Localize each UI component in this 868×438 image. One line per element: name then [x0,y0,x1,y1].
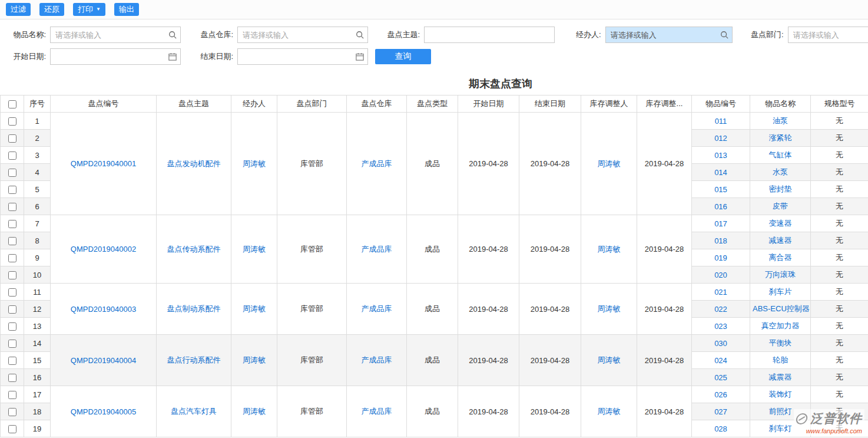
department-filter-input[interactable] [788,27,868,43]
item-no-link[interactable]: 011 [692,113,750,130]
item-name-link[interactable]: 减速器 [750,232,811,249]
item-name-link[interactable]: 减震器 [750,369,811,386]
inventory-subject-link[interactable]: 盘点汽车灯具 [157,386,231,437]
item-name-link[interactable]: 真空加力器 [750,318,811,335]
print-button[interactable]: 打印 ▼ [73,3,105,16]
row-checkbox[interactable] [8,134,16,143]
restore-button[interactable]: 还原 [39,3,64,16]
item-name-link[interactable]: 万向滚珠 [750,266,811,284]
item-no-link[interactable]: 019 [692,249,750,266]
adjuster-link[interactable]: 周涛敏 [581,215,637,284]
item-no-link[interactable]: 028 [692,420,750,437]
item-name-link[interactable]: 油泵 [750,113,811,130]
item-no-link[interactable]: 020 [692,266,750,284]
item-name-link[interactable]: 密封垫 [750,181,811,198]
item-no-link[interactable]: 015 [692,181,750,198]
item-name-link[interactable]: ABS-ECU控制器 [750,301,811,318]
item-spec-cell: 无 [811,164,868,181]
handler-link[interactable]: 周涛敏 [231,386,277,437]
row-checkbox[interactable] [8,220,16,228]
warehouse-link[interactable]: 产成品库 [347,335,407,386]
row-checkbox[interactable] [8,186,16,194]
warehouse-link[interactable]: 产成品库 [347,284,407,335]
adjuster-link[interactable]: 周涛敏 [581,284,637,335]
inventory-subject-link[interactable]: 盘点传动系配件 [157,215,231,284]
inventory-subject-link[interactable]: 盘点行动系配件 [157,335,231,386]
item-no-link[interactable]: 030 [692,335,750,352]
item-name-link[interactable]: 水泵 [750,164,811,181]
item-no-link[interactable]: 022 [692,301,750,318]
item-no-link[interactable]: 014 [692,164,750,181]
row-checkbox[interactable] [8,169,16,177]
item-no-link[interactable]: 021 [692,284,750,301]
end-date-input[interactable] [237,48,368,65]
warehouse-link[interactable]: 产成品库 [347,215,407,284]
item-name-link[interactable]: 轮胎 [750,352,811,369]
calendar-icon[interactable] [356,52,364,62]
row-checkbox[interactable] [8,340,16,348]
row-checkbox[interactable] [8,374,16,382]
row-checkbox[interactable] [8,305,16,314]
item-name-link[interactable]: 气缸体 [750,147,811,164]
filter-button[interactable]: 过滤 [6,3,31,16]
row-checkbox[interactable] [8,391,16,399]
search-icon[interactable] [720,31,728,41]
row-checkbox[interactable] [8,322,16,331]
calendar-icon[interactable] [168,52,177,62]
row-checkbox[interactable] [8,152,16,160]
item-name-link[interactable]: 刹车片 [750,284,811,301]
inventory-no-link[interactable]: QMPD2019040001 [51,113,157,215]
item-name-link[interactable]: 变速器 [750,215,811,232]
item-no-link[interactable]: 026 [692,386,750,403]
item-no-link[interactable]: 027 [692,403,750,420]
item-no-link[interactable]: 018 [692,232,750,249]
item-name-link[interactable]: 装饰灯 [750,386,811,403]
handler-filter-input[interactable] [605,27,733,43]
select-all-checkbox[interactable] [8,100,16,108]
warehouse-link[interactable]: 产成品库 [347,386,407,437]
inventory-no-link[interactable]: QMPD2019040003 [51,284,157,335]
row-checkbox[interactable] [8,288,16,297]
item-name-link[interactable]: 涨紧轮 [750,130,811,147]
query-button[interactable]: 查询 [375,49,431,64]
export-button[interactable]: 输出 [114,3,139,16]
item-no-link[interactable]: 023 [692,318,750,335]
handler-link[interactable]: 周涛敏 [231,284,277,335]
subject-filter-input[interactable] [424,27,555,43]
item-no-link[interactable]: 017 [692,215,750,232]
inventory-no-link[interactable]: QMPD2019040004 [51,335,157,386]
handler-link[interactable]: 周涛敏 [231,335,277,386]
item-no-link[interactable]: 012 [692,130,750,147]
item-name-link[interactable]: 离合器 [750,249,811,266]
row-checkbox[interactable] [8,408,16,416]
row-checkbox[interactable] [8,203,16,211]
item-no-link[interactable]: 024 [692,352,750,369]
row-checkbox[interactable] [8,271,16,279]
adjuster-link[interactable]: 周涛敏 [581,386,637,437]
start-date-cell: 2019-04-28 [458,215,519,284]
warehouse-link[interactable]: 产成品库 [347,113,407,215]
handler-link[interactable]: 周涛敏 [231,215,277,284]
warehouse-filter-input[interactable] [237,27,368,43]
row-checkbox[interactable] [8,237,16,245]
inventory-no-link[interactable]: QMPD2019040005 [51,386,157,437]
row-checkbox[interactable] [8,117,16,126]
row-checkbox[interactable] [8,254,16,262]
inventory-subject-link[interactable]: 盘点制动系配件 [157,284,231,335]
item-name-link[interactable]: 平衡块 [750,335,811,352]
row-checkbox[interactable] [8,357,16,365]
item-no-link[interactable]: 025 [692,369,750,386]
inventory-no-link[interactable]: QMPD2019040002 [51,215,157,284]
handler-link[interactable]: 周涛敏 [231,113,277,215]
item-name-link[interactable]: 皮带 [750,198,811,215]
row-checkbox[interactable] [8,425,16,433]
inventory-subject-link[interactable]: 盘点发动机配件 [157,113,231,215]
item-no-link[interactable]: 016 [692,198,750,215]
start-date-input[interactable] [50,48,181,65]
search-icon[interactable] [356,31,364,41]
item-no-link[interactable]: 013 [692,147,750,164]
item-name-filter-input[interactable] [50,27,181,43]
adjuster-link[interactable]: 周涛敏 [581,335,637,386]
search-icon[interactable] [168,31,177,41]
adjuster-link[interactable]: 周涛敏 [581,113,637,215]
